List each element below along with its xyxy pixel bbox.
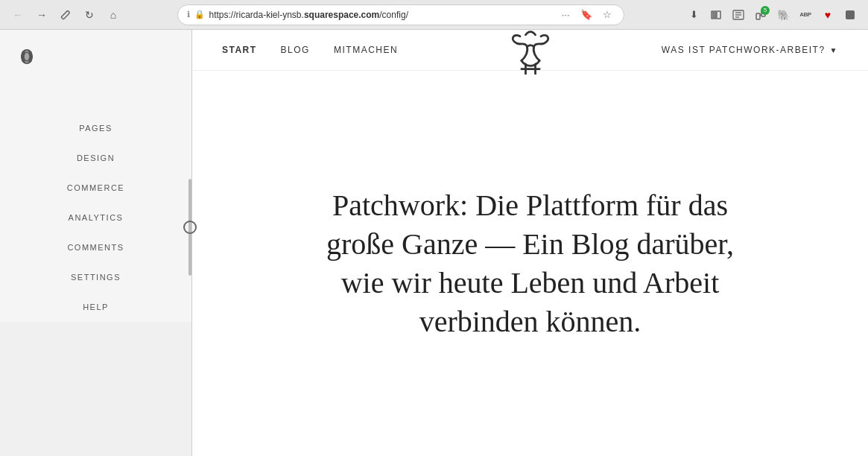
sidebar-item-comments[interactable]: COMMENTS	[0, 232, 191, 262]
browser-right-icons: ⬇ 5 🐘 ABP ♥	[685, 6, 859, 24]
library-button[interactable]	[707, 6, 725, 24]
site-nav: START BLOG MITMACHEN	[222, 45, 398, 55]
abp-button[interactable]: ABP	[796, 6, 814, 24]
back-button[interactable]: ←	[9, 6, 27, 24]
home-button[interactable]: ⌂	[104, 6, 122, 24]
site-nav-start[interactable]: START	[222, 45, 257, 55]
hero-heading: Patchwork: Die Plattform für das große G…	[307, 186, 754, 341]
site-nav-right[interactable]: WAS IST PATCHWORK-ARBEIT? ▼	[662, 45, 838, 55]
star-button[interactable]: ☆	[600, 7, 615, 22]
address-actions: ··· 🔖 ☆	[559, 7, 615, 22]
svg-rect-9	[846, 10, 855, 19]
hero-text-block: Patchwork: Die Plattform für das große G…	[307, 186, 754, 341]
download-button[interactable]: ⬇	[685, 6, 703, 24]
tools-button[interactable]	[57, 6, 75, 24]
squarespace-logo-icon	[15, 45, 39, 69]
nav-right-chevron-icon: ▼	[830, 46, 838, 54]
address-url: https://ricarda-kiel-ynsb.squarespace.co…	[209, 10, 548, 20]
sidebar-item-help[interactable]: HELP	[0, 292, 191, 322]
svg-rect-1	[715, 11, 716, 19]
site-logo	[504, 30, 557, 77]
elephant-button[interactable]: 🐘	[774, 6, 792, 24]
more-button[interactable]: ···	[559, 7, 573, 22]
site-nav-blog[interactable]: BLOG	[281, 45, 310, 55]
address-bar[interactable]: ℹ 🔒 https://ricarda-kiel-ynsb.squarespac…	[177, 4, 624, 25]
svg-rect-7	[756, 13, 760, 19]
sidebar-item-design[interactable]: DESIGN	[0, 143, 191, 173]
svg-rect-0	[712, 11, 713, 19]
sidebar-item-pages[interactable]: PAGES	[0, 113, 191, 143]
reload-button[interactable]: ↻	[80, 6, 98, 24]
content-area: START BLOG MITMACHEN	[192, 30, 868, 456]
main-layout: PAGES DESIGN COMMERCE ANALYTICS COMMENTS…	[0, 30, 868, 456]
lock-icon: 🔒	[194, 10, 205, 19]
sidebar-item-settings[interactable]: SETTINGS	[0, 262, 191, 292]
site-header: START BLOG MITMACHEN	[192, 30, 868, 71]
hero-section: Patchwork: Die Plattform für das große G…	[192, 71, 868, 456]
sidebar-item-analytics[interactable]: ANALYTICS	[0, 203, 191, 232]
heart-button[interactable]: ♥	[819, 6, 837, 24]
ss-nav: PAGES DESIGN COMMERCE ANALYTICS COMMENTS…	[0, 83, 191, 322]
profile-button[interactable]	[841, 6, 859, 24]
svg-rect-2	[717, 11, 720, 19]
extensions-badge: 5	[761, 6, 770, 15]
sidebar-item-commerce[interactable]: COMMERCE	[0, 173, 191, 203]
extensions-button[interactable]: 5	[752, 6, 770, 24]
browser-chrome: ← → ↻ ⌂ ℹ 🔒 https://ricarda-kiel-ynsb.sq…	[0, 0, 868, 30]
bookmark-button[interactable]: 🔖	[577, 7, 595, 22]
info-icon: ℹ	[187, 10, 190, 19]
ss-sidebar: PAGES DESIGN COMMERCE ANALYTICS COMMENTS…	[0, 30, 192, 322]
website-preview: START BLOG MITMACHEN	[192, 30, 868, 456]
ss-sidebar-wrapper: PAGES DESIGN COMMERCE ANALYTICS COMMENTS…	[0, 30, 192, 456]
nav-right-label: WAS IST PATCHWORK-ARBEIT?	[662, 45, 826, 55]
site-logo-icon	[504, 30, 557, 75]
ss-logo	[0, 30, 191, 83]
site-nav-mitmachen[interactable]: MITMACHEN	[334, 45, 398, 55]
reader-button[interactable]	[729, 6, 747, 24]
forward-button[interactable]: →	[33, 6, 51, 24]
